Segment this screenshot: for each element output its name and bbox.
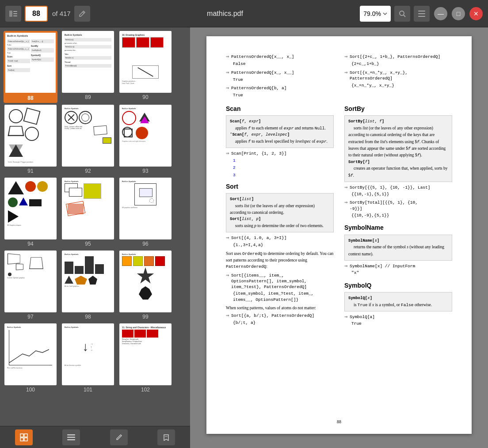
thumbnail-label-95: 95 [85, 241, 91, 247]
list-icon [67, 434, 75, 440]
thumbnail-page-91[interactable]: Circle, Rectangle, Polygon primitives 91 [4, 105, 57, 176]
bookmark-button[interactable] [157, 429, 175, 445]
thumbnail-page-102[interactable]: 11. String and Characters - Miscellaneou… [118, 323, 172, 395]
thumbnail-img-98: Built-in Symbols [62, 251, 114, 312]
svg-rect-12 [24, 438, 27, 441]
thumbnail-page-93[interactable]: Built-in Symbols [118, 105, 172, 176]
thumbnail-page-97[interactable]: Cuboid, Cylinder graphics 97 [4, 251, 57, 322]
thumbnail-img-91: Circle, Rectangle, Polygon primitives [4, 105, 57, 167]
sidebar-toggle-button[interactable] [5, 6, 21, 22]
thumbnail-page-95[interactable]: Built-in Symbols [61, 178, 115, 249]
svg-rect-13 [67, 434, 75, 436]
thumbnail-img-97: Cuboid, Cylinder graphics [4, 251, 57, 312]
thumbnail-label-89: 89 [85, 94, 91, 100]
thumbnail-label-101: 101 [84, 387, 92, 393]
menu-button[interactable] [414, 6, 430, 22]
annotation-button[interactable] [110, 429, 128, 445]
svg-rect-15 [67, 439, 75, 440]
grid-icon [20, 433, 28, 441]
main-area: Built-in Symbols PatternsOrderedQ[x__,x_… [0, 27, 488, 448]
chevron-down-icon [383, 12, 387, 15]
svg-line-5 [404, 15, 405, 17]
svg-rect-0 [9, 11, 12, 17]
zoom-control[interactable]: 79.0% [360, 6, 391, 22]
thumbnail-label-96: 96 [142, 241, 148, 247]
page-number: 88 [337, 419, 341, 425]
thumbnail-img-94: 3D Graphics shapes [4, 178, 57, 239]
thumbnail-page-90[interactable]: 10. Drawing Graphics Graphics primitives… [118, 31, 172, 103]
thumbnail-img-93: Built-in Symbols [119, 105, 172, 167]
sidebar-bottom-bar [0, 426, 190, 448]
thumbnail-img-99: Built-in Symbols [119, 251, 172, 312]
thumbnail-page-94[interactable]: 3D Graphics shapes 94 [4, 178, 57, 249]
thumbnail-label-90: 90 [142, 94, 148, 100]
page-number-input[interactable]: 88 [25, 6, 48, 22]
hamburger-icon [418, 11, 425, 17]
thumbnail-label-97: 97 [27, 314, 33, 320]
thumbnail-img-95: Built-in Symbols [62, 178, 114, 239]
thumbnail-label-102: 102 [141, 387, 150, 393]
toolbar: 88 of 417 mathics.pdf 79.0% — □ ✕ [0, 0, 488, 27]
thumbnail-page-99[interactable]: Built-in Symbols 99 [118, 251, 172, 322]
thumbnail-img-100: Built-in Symbols Plot, ListPlot function… [4, 323, 57, 385]
thumbnail-row-5: Built-in Symbols Plot, ListPlot function… [4, 323, 187, 395]
sort-section-title: Sort [226, 182, 334, 191]
edit-button[interactable] [74, 6, 90, 22]
thumbnail-page-101[interactable]: Built-in Symbols ↓ →↑← Arrow direction s… [61, 323, 115, 395]
svg-rect-2 [13, 13, 17, 14]
pencil-icon [115, 434, 122, 441]
minimize-button[interactable]: — [434, 7, 447, 20]
thumbnail-label-93: 93 [142, 168, 148, 174]
thumbnail-img-88: Built-in Symbols PatternsOrderedQ[x__,x_… [4, 32, 57, 94]
thumbnail-row-2: Circle, Rectangle, Polygon primitives 91… [4, 105, 187, 176]
pdf-page: ⇒ PatternsOrderedQ[x__, x_] False ⇒ Patt… [206, 36, 472, 434]
bookmark-icon [163, 434, 170, 441]
thumbnail-img-90: 10. Drawing Graphics Graphics primitives… [119, 31, 172, 93]
thumbnail-label-99: 99 [142, 314, 148, 320]
thumbnail-label-91: 91 [27, 168, 33, 174]
sidebar: Built-in Symbols PatternsOrderedQ[x__,x_… [0, 27, 190, 448]
thumbnail-img-101: Built-in Symbols ↓ →↑← Arrow direction s… [62, 323, 114, 385]
thumbnail-label-98: 98 [85, 314, 91, 320]
svg-rect-1 [13, 11, 17, 12]
search-icon [399, 10, 406, 17]
svg-rect-14 [67, 437, 75, 438]
thumbnail-page-96[interactable]: Built-in Symbols 3D graphics wireframe 9… [118, 178, 172, 249]
svg-rect-6 [418, 11, 425, 11]
thumbnail-img-96: Built-in Symbols 3D graphics wireframe [119, 178, 172, 239]
thumbnail-label-94: 94 [27, 241, 33, 247]
thumbnail-row-1: Built-in Symbols PatternsOrderedQ[x__,x_… [4, 31, 187, 103]
pdf-viewer: ⇒ PatternsOrderedQ[x__, x_] False ⇒ Patt… [190, 27, 488, 448]
sidebar-icon [9, 11, 17, 17]
list-view-button[interactable] [62, 429, 80, 445]
thumbnail-img-89: Built-in Symbols Table[f,{n}] generates … [62, 31, 114, 93]
thumbnail-label-92: 92 [85, 168, 91, 174]
thumbnail-view-button[interactable] [15, 429, 33, 445]
thumbnail-label-88: 88 [27, 95, 33, 101]
thumbnail-row-3: 3D Graphics shapes 94 Built-in Symbols [4, 178, 187, 249]
thumbnail-img-92: Built-in Symbols [62, 105, 114, 167]
zoom-value: 79.0% [363, 10, 381, 17]
thumbnail-grid: Built-in Symbols PatternsOrderedQ[x__,x_… [0, 27, 190, 426]
symbolname-section-title: SymbolName [344, 224, 452, 232]
svg-rect-9 [20, 434, 23, 437]
search-button[interactable] [394, 6, 410, 22]
thumbnail-page-100[interactable]: Built-in Symbols Plot, ListPlot function… [4, 323, 57, 395]
scan-section-title: Scan [226, 105, 334, 114]
svg-rect-3 [13, 15, 17, 16]
maximize-button[interactable]: □ [452, 7, 465, 20]
thumbnail-row-4: Cuboid, Cylinder graphics 97 Built-in Sy… [4, 251, 187, 322]
thumbnail-page-88[interactable]: Built-in Symbols PatternsOrderedQ[x__,x_… [4, 31, 57, 103]
svg-rect-11 [20, 438, 23, 441]
thumbnail-page-98[interactable]: Built-in Symbols [61, 251, 115, 322]
thumbnail-page-92[interactable]: Built-in Symbols [61, 105, 115, 176]
thumbnail-img-102: 11. String and Characters - Miscellaneou… [119, 323, 172, 385]
thumbnail-label-100: 100 [26, 387, 35, 393]
document-title: mathics.pdf [94, 10, 357, 18]
svg-rect-8 [418, 16, 425, 17]
svg-point-4 [400, 11, 404, 15]
svg-rect-7 [418, 13, 425, 14]
thumbnail-page-89[interactable]: Built-in Symbols Table[f,{n}] generates … [61, 31, 115, 103]
close-button[interactable]: ✕ [469, 7, 483, 20]
sortby-section-title: SortBy [344, 105, 452, 114]
